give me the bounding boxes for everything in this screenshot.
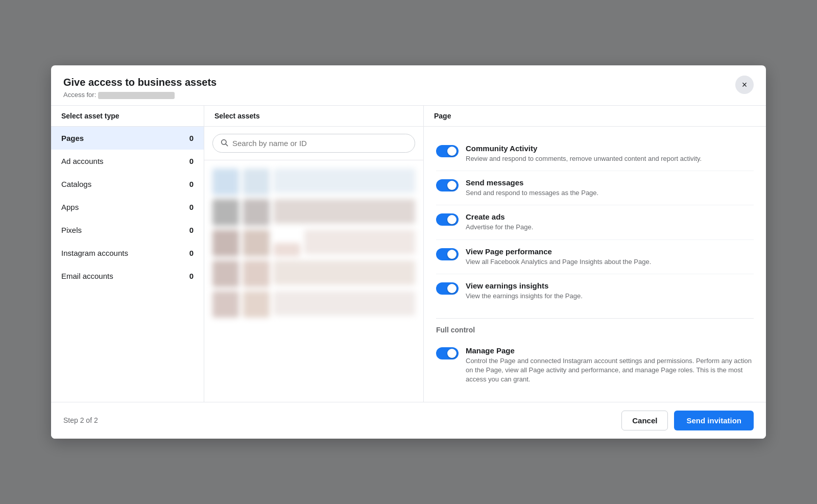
- toggle-community-activity[interactable]: [436, 145, 459, 157]
- asset-type-label: Ad accounts: [61, 157, 104, 165]
- blurred-asset-list: [204, 160, 423, 402]
- search-box: [204, 127, 423, 160]
- toggle-switch[interactable]: [436, 213, 459, 226]
- asset-type-item-catalogs[interactable]: Catalogs 0: [51, 173, 204, 196]
- asset-count: 0: [189, 203, 194, 211]
- asset-type-item-pixels[interactable]: Pixels 0: [51, 219, 204, 242]
- asset-type-label: Email accounts: [61, 272, 113, 280]
- asset-count: 0: [189, 272, 194, 280]
- close-button[interactable]: ×: [735, 76, 754, 94]
- permissions-section: Community Activity Review and respond to…: [424, 127, 766, 318]
- toggle-send-messages[interactable]: [436, 179, 459, 191]
- asset-type-item-apps[interactable]: Apps 0: [51, 196, 204, 219]
- step-label: Step 2 of 2: [63, 416, 98, 424]
- asset-type-label: Instagram accounts: [61, 249, 128, 257]
- asset-type-label: Pages: [61, 134, 84, 142]
- asset-type-item-ad-accounts[interactable]: Ad accounts 0: [51, 150, 204, 173]
- cancel-button[interactable]: Cancel: [621, 411, 668, 430]
- redacted-name: [98, 92, 175, 99]
- permission-item-earnings: View earnings insights View the earnings…: [436, 274, 754, 308]
- permission-desc: View all Facebook Analytics and Page Ins…: [466, 257, 651, 267]
- modal-dialog: Give access to business assets Access fo…: [51, 65, 766, 438]
- asset-count: 0: [189, 249, 194, 257]
- toggle-earnings-insights[interactable]: [436, 282, 459, 295]
- permission-name: Manage Page: [466, 346, 754, 355]
- permission-item-messages: Send messages Send and respond to messag…: [436, 171, 754, 205]
- permission-desc: Advertise for the Page.: [466, 223, 533, 232]
- page-permissions-column: Community Activity Review and respond to…: [424, 127, 766, 402]
- asset-count: 0: [189, 134, 194, 142]
- column-headers: Select asset type Select assets Page: [51, 106, 766, 127]
- permission-name: View Page performance: [466, 247, 651, 256]
- toggle-create-ads[interactable]: [436, 213, 459, 226]
- asset-count: 0: [189, 180, 194, 188]
- toggle-page-performance[interactable]: [436, 248, 459, 260]
- asset-type-label: Pixels: [61, 226, 82, 234]
- permission-info: View earnings insights View the earnings…: [466, 281, 583, 301]
- toggle-switch[interactable]: [436, 145, 459, 157]
- select-assets-column: [204, 127, 424, 402]
- permission-name: Send messages: [466, 178, 598, 187]
- asset-count: 0: [189, 157, 194, 165]
- search-input-wrapper[interactable]: [212, 134, 415, 153]
- asset-type-item-pages[interactable]: Pages 0: [51, 127, 204, 150]
- toggle-switch[interactable]: [436, 179, 459, 191]
- permission-name: View earnings insights: [466, 281, 583, 290]
- modal-body: Pages 0 Ad accounts 0 Catalogs 0 Apps 0 …: [51, 127, 766, 402]
- toggle-switch[interactable]: [436, 282, 459, 295]
- svg-line-1: [226, 144, 228, 146]
- permission-info: Manage Page Control the Page and connect…: [466, 346, 754, 385]
- full-control-label: Full control: [436, 318, 754, 339]
- permission-info: Create ads Advertise for the Page.: [466, 212, 533, 232]
- modal-title: Give access to business assets: [63, 76, 217, 89]
- full-control-section: Full control Manage Page Control the Pag…: [424, 318, 766, 402]
- permission-desc: Send and respond to messages as the Page…: [466, 188, 598, 198]
- asset-type-column: Pages 0 Ad accounts 0 Catalogs 0 Apps 0 …: [51, 127, 204, 402]
- permission-item-community: Community Activity Review and respond to…: [436, 137, 754, 171]
- permission-info: Send messages Send and respond to messag…: [466, 178, 598, 198]
- toggle-switch[interactable]: [436, 248, 459, 260]
- toggle-switch[interactable]: [436, 347, 459, 359]
- permission-name: Community Activity: [466, 144, 702, 153]
- permission-name: Create ads: [466, 212, 533, 221]
- select-assets-col-header: Select assets: [204, 106, 424, 126]
- permission-info: View Page performance View all Facebook …: [466, 247, 651, 267]
- permission-item-page-performance: View Page performance View all Facebook …: [436, 240, 754, 274]
- asset-type-item-email[interactable]: Email accounts 0: [51, 265, 204, 287]
- footer-actions: Cancel Send invitation: [621, 411, 754, 430]
- permission-item-create-ads: Create ads Advertise for the Page.: [436, 205, 754, 239]
- modal-footer: Step 2 of 2 Cancel Send invitation: [51, 402, 766, 439]
- modal-subtitle: Access for:: [63, 91, 217, 99]
- modal-header: Give access to business assets Access fo…: [51, 65, 766, 106]
- page-col-header: Page: [424, 106, 766, 126]
- permission-item-manage-page: Manage Page Control the Page and connect…: [436, 339, 754, 392]
- send-invitation-button[interactable]: Send invitation: [674, 411, 754, 430]
- asset-type-label: Apps: [61, 203, 79, 211]
- permission-desc: Review and respond to comments, remove u…: [466, 154, 702, 163]
- permission-desc: View the earnings insights for the Page.: [466, 292, 583, 301]
- asset-type-item-instagram[interactable]: Instagram accounts 0: [51, 242, 204, 265]
- modal-title-area: Give access to business assets Access fo…: [63, 76, 217, 99]
- asset-type-label: Catalogs: [61, 180, 91, 188]
- search-input[interactable]: [232, 139, 407, 148]
- asset-count: 0: [189, 226, 194, 234]
- permission-desc: Control the Page and connected Instagram…: [466, 356, 754, 385]
- asset-type-col-header: Select asset type: [51, 106, 204, 126]
- modal-overlay: Give access to business assets Access fo…: [0, 0, 817, 504]
- permission-info: Community Activity Review and respond to…: [466, 144, 702, 163]
- search-icon: [220, 138, 228, 148]
- toggle-manage-page[interactable]: [436, 347, 459, 359]
